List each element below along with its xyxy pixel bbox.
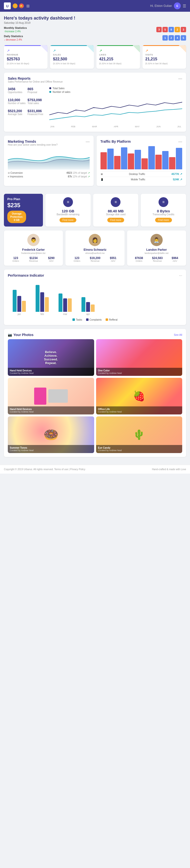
desktop-traffic-row: 🖥 Desktop Traffic 4577K ↗ <box>101 171 183 177</box>
hamburger-menu[interactable]: ☰ <box>183 4 186 8</box>
notification-icon[interactable]: 🔔 <box>19 3 24 8</box>
marketing-trends-wave <box>8 150 90 169</box>
storage-btn[interactable]: Find more <box>107 218 124 222</box>
photo-item-0[interactable]: Believe.Achieve.Succeed.Repeat. Hand Hel… <box>8 339 94 376</box>
photo-item-5[interactable]: 🌵 Eye Candy Curated by Andrew Neal <box>96 416 183 453</box>
user-stat-orders-2: 87638 Orders <box>135 256 143 262</box>
daily-label: Daily Statistics <box>4 35 23 38</box>
traffic-bar-12 <box>176 148 182 169</box>
sales-reports-header: Sales Reports Sales Performance for Onli… <box>8 76 182 86</box>
performance-menu[interactable]: ··· <box>179 274 182 278</box>
desktop-label: Desktop Traffic <box>129 173 145 176</box>
traffic-bar-5 <box>128 153 134 169</box>
photo-caption-4: Summer Tones Curated by Andrew Neal <box>8 445 94 453</box>
user-stat-adv-2: $964 ADV <box>172 256 178 262</box>
traffic-platform-menu[interactable]: — <box>178 140 182 144</box>
user-email-0: frederickcartar@klein.biz <box>7 252 60 254</box>
storage-card: ≡ 88.40 MB Storage disk used Find more <box>93 194 139 226</box>
pro-plan-button[interactable]: OverageProtection:0 GB <box>7 211 26 223</box>
monthly-badge-2: 5 <box>162 27 168 32</box>
user-avatar-2: 👨‍💼 <box>151 234 163 246</box>
perf-bar-mar-complaints <box>63 299 67 312</box>
perf-group-mar: mar <box>59 293 72 315</box>
photo-item-3[interactable]: 🍓 Office Life Curated by Andrew Neal <box>96 378 183 414</box>
app-logo[interactable]: U <box>4 2 11 9</box>
marketing-trends-header: Marketing Trends How are your active use… <box>8 140 90 149</box>
user-stat-revenue-1: $19,200 Revenue <box>90 256 100 262</box>
sales-legend: Total Sales Number of sales <box>49 87 182 93</box>
sales-stat-5: $331,886 Financed Free <box>28 109 45 116</box>
perf-legend-referral: Refferal <box>106 318 118 321</box>
pro-row: Pro Plan $235 OverageProtection:0 GB ≡ 1… <box>4 194 186 226</box>
photo-title-1: One Color <box>98 369 181 372</box>
likes-value: 421,215 <box>99 57 137 61</box>
footer-copyright: Copyright © 2019 Urbanui. All rights res… <box>4 468 85 471</box>
likes-sub: (5.32% in last 30 days) <box>99 62 137 65</box>
photos-title: 📷 Your Photos <box>8 333 33 337</box>
grid-icon[interactable]: ⊞ <box>25 3 30 8</box>
revenue-sub: (5.32% in last 30 days) <box>7 62 45 65</box>
marketing-trends-title: Marketing Trends <box>8 140 58 144</box>
impressions-stats: ≡ Impressions 87k 12% of target ↗ <box>8 175 90 178</box>
monthly-badge-1: 3 <box>156 27 162 32</box>
photo-title-4: Summer Tones <box>10 446 92 449</box>
marketing-trends-menu[interactable]: — <box>86 140 90 144</box>
user-card-0: 👨 Frederick Carter frederickcartar@klein… <box>4 230 63 266</box>
revenue-value: $25763 <box>7 57 45 61</box>
photo-item-2[interactable]: Hand Held Devices Curated by Andrew Neal <box>8 378 94 414</box>
perf-legend: Tasks Complaints Refferal <box>8 318 182 321</box>
photo-title-3: Office Life <box>98 408 181 410</box>
legend-dot-navy <box>49 87 51 89</box>
traffic-bar-8 <box>148 146 155 169</box>
see-all-link[interactable]: See All <box>174 333 182 336</box>
performance-card: Performance Indicator ··· jan f <box>4 270 186 325</box>
sales-chart-area: Total Sales Number of sales JAN FEB MAR … <box>49 87 182 128</box>
sales-left: 3456 Opportunities 865 Proposal 110,000 … <box>8 87 45 128</box>
photo-curator-5: Curated by Andrew Neal <box>98 449 181 452</box>
bandwidth-btn[interactable]: Find more <box>60 218 76 222</box>
user-card-1: 👩 Elnora Schwartz elnora@sanford.me 123 … <box>65 230 124 266</box>
sales-value: $22,500 <box>53 57 91 61</box>
perf-label-jan: jan <box>17 313 21 315</box>
metric-cards: ↗ REVENUE $25763 (5.32% in last 30 days)… <box>4 45 186 69</box>
avatar[interactable]: E <box>174 2 181 9</box>
pro-plan-card: Pro Plan $235 OverageProtection:0 GB <box>4 194 43 226</box>
pro-plan-price: $235 <box>7 202 39 209</box>
photo-item-4[interactable]: 🍩 Summer Tones Curated by Andrew Neal <box>8 416 94 453</box>
daily-badge-1: 1 <box>162 35 168 40</box>
daily-badges: 1 2 4 5 <box>162 35 186 40</box>
desktop-icon: 🖥 <box>101 173 103 176</box>
traffic-platform-card: Traffic By Platform — 🖥 D <box>97 135 186 186</box>
user-stat-orders-0: 123 Orders <box>12 256 19 262</box>
transcoding-label: Transcoding Credits <box>144 213 183 216</box>
photo-caption-0: Hand Held Devices Curated by Andrew Neal <box>8 368 94 376</box>
photo-caption-5: Eye Candy Curated by Andrew Neal <box>96 445 183 453</box>
perf-bars-mar <box>59 293 72 312</box>
user-card-2: 👨‍💼 Landon Parker landonparker@dallin.ne… <box>127 230 186 266</box>
monthly-stats-row: Monthly Statistics ↑Increase 2.4% 3 5 8 … <box>4 26 186 33</box>
crown-icon[interactable]: 👑 <box>13 3 17 8</box>
performance-header: Performance Indicator ··· <box>8 274 182 278</box>
perf-bar-mar-referral <box>68 299 72 312</box>
footer: Copyright © 2019 Urbanui. All rights res… <box>0 465 190 473</box>
perf-bars-apr <box>81 297 94 312</box>
photo-item-1[interactable]: One Color Curated by Andrew Neal <box>96 339 183 376</box>
user-stats-2: 87638 Orders $24,583 Revenue $964 ADV <box>130 256 183 262</box>
user-name-1: Elnora Schwartz <box>69 248 121 251</box>
bandwidth-value: 120 GB <box>49 209 87 213</box>
photo-curator-2: Curated by Andrew Neal <box>10 410 92 413</box>
traffic-bar-3 <box>114 156 120 169</box>
daily-decrease: ↓ decrease 2.4% <box>4 38 22 41</box>
transcoding-btn[interactable]: Find more <box>155 218 172 222</box>
sales-reports-title: Sales Reports <box>8 76 63 81</box>
sales-sub: (5.32% in last 30 days) <box>53 62 91 65</box>
revenue-arrow: ↗ <box>7 49 45 53</box>
transcoding-icon: ≡ <box>158 197 168 207</box>
legend-num-sales: Number of sales <box>49 91 182 93</box>
perf-bar-jan-tasks <box>13 290 16 312</box>
sales-reports-menu[interactable]: — <box>178 76 182 81</box>
mobile-label: Mobile Traffic <box>131 178 145 181</box>
perf-bars-feb <box>36 285 49 312</box>
user-stat-adv-0: $290 ADV <box>48 256 54 262</box>
sales-label: SALES <box>53 54 91 56</box>
